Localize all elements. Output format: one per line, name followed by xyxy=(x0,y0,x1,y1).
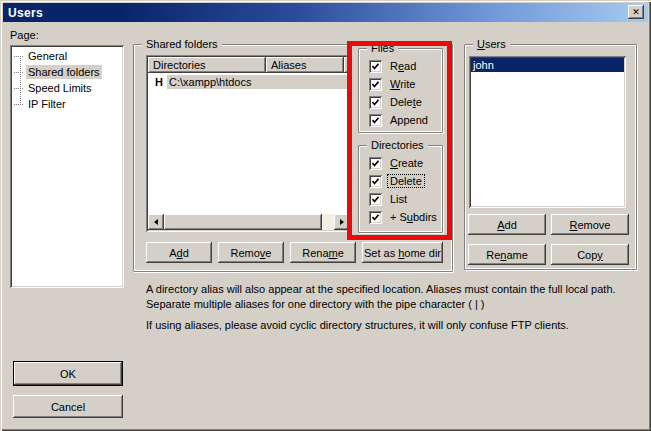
users-dialog: Users ✕ Page: GeneralShared foldersSpeed… xyxy=(0,0,651,431)
checkbox-checked-icon[interactable] xyxy=(369,114,382,127)
shared-folder-row[interactable]: HC:\xampp\htdocs xyxy=(148,74,350,89)
right-arrow-icon xyxy=(340,219,344,225)
checkbox-checked-icon[interactable] xyxy=(369,60,382,73)
alias-note-1: A directory alias will also appear at th… xyxy=(146,282,638,312)
files-group-label: Files xyxy=(367,42,398,54)
list-header: DirectoriesAliases xyxy=(148,57,350,73)
delete-checkbox-row[interactable]: Delete xyxy=(369,95,425,109)
tree-branch-line xyxy=(14,72,23,73)
checkbox-checked-icon[interactable] xyxy=(369,211,382,224)
users-group-label: Users xyxy=(473,38,510,50)
checkbox-label: + Subdirs xyxy=(387,210,440,224)
scroll-right-button[interactable] xyxy=(334,214,350,230)
checkbox-checked-icon[interactable] xyxy=(369,96,382,109)
checkbox-label: Write xyxy=(387,77,418,91)
ok-button[interactable]: OK xyxy=(13,361,123,386)
checkbox-label: Delete xyxy=(387,95,425,109)
users-list[interactable]: john xyxy=(469,56,626,208)
left-arrow-icon xyxy=(154,219,158,225)
list-body[interactable]: HC:\xampp\htdocs xyxy=(148,73,350,214)
directory-path: C:\xampp\htdocs xyxy=(167,75,350,89)
checkbox-label: Delete xyxy=(387,174,425,188)
shared-folder-buttons: AddRemoveRenameSet as home dir xyxy=(146,242,443,263)
checkbox-label: Append xyxy=(387,113,431,127)
tree-item-label: Shared folders xyxy=(26,65,102,79)
tree-item-general[interactable]: General xyxy=(10,48,124,64)
column-header-aliases[interactable]: Aliases xyxy=(266,57,344,73)
shared-folders-group-label: Shared folders xyxy=(142,38,222,50)
tree-branch-line xyxy=(14,104,23,105)
alias-notes: A directory alias will also appear at th… xyxy=(146,282,638,339)
checkbox-checked-icon[interactable] xyxy=(369,157,382,170)
create-checkbox-row[interactable]: Create xyxy=(369,156,426,170)
scroll-left-button[interactable] xyxy=(148,214,164,230)
scrollbar-thumb[interactable] xyxy=(164,214,322,230)
cancel-button[interactable]: Cancel xyxy=(13,395,123,418)
add-user-button[interactable]: Add xyxy=(468,214,546,235)
tree-item-label: IP Filter xyxy=(26,97,68,111)
tree-item-ip-filter[interactable]: IP Filter xyxy=(10,96,124,112)
append-checkbox-row[interactable]: Append xyxy=(369,113,431,127)
alias-note-2: If using aliases, please avoid cyclic di… xyxy=(146,318,638,333)
checkbox-label: Read xyxy=(387,59,419,73)
copy-user-button[interactable]: Copy xyxy=(551,244,629,265)
column-header-directories[interactable]: Directories xyxy=(148,57,266,73)
tree-item-label: Speed Limits xyxy=(26,81,94,95)
remove-user-button[interactable]: Remove xyxy=(551,214,629,235)
column-header-blank xyxy=(344,57,350,73)
scrollbar-track[interactable] xyxy=(322,214,334,230)
page-tree[interactable]: GeneralShared foldersSpeed LimitsIP Filt… xyxy=(10,45,124,288)
users-buttons: AddRemoveRenameCopy xyxy=(468,214,628,265)
checkbox-checked-icon[interactable] xyxy=(369,175,382,188)
horizontal-scrollbar[interactable] xyxy=(148,214,350,230)
shared-folders-list[interactable]: DirectoriesAliases HC:\xampp\htdocs xyxy=(146,55,352,232)
subdirs-checkbox-row[interactable]: + Subdirs xyxy=(369,210,440,224)
checkbox-label: List xyxy=(387,192,410,206)
tree-branch-line xyxy=(14,88,23,89)
tree-item-label: General xyxy=(26,49,69,63)
window-title: Users xyxy=(8,6,43,20)
write-checkbox-row[interactable]: Write xyxy=(369,77,418,91)
titlebar[interactable]: Users ✕ xyxy=(3,3,648,22)
rename-user-button[interactable]: Rename xyxy=(468,244,546,265)
directories-permissions-group: Directories CreateDeleteList+ Subdirs xyxy=(358,145,443,233)
tree-branch-line xyxy=(14,56,23,57)
checkbox-checked-icon[interactable] xyxy=(369,78,382,91)
read-checkbox-row[interactable]: Read xyxy=(369,59,419,73)
checkbox-label: Create xyxy=(387,156,426,170)
checkbox-checked-icon[interactable] xyxy=(369,193,382,206)
list-checkbox-row[interactable]: List xyxy=(369,192,410,206)
add-folder-button[interactable]: Add xyxy=(146,242,212,263)
rename-folder-button[interactable]: Rename xyxy=(290,242,356,263)
directories-group-label: Directories xyxy=(367,139,428,151)
close-button[interactable]: ✕ xyxy=(628,5,644,19)
page-label: Page: xyxy=(10,29,39,41)
set-as-home-dir-folder-button[interactable]: Set as home dir xyxy=(362,242,443,263)
tree-item-shared-folders[interactable]: Shared folders xyxy=(10,64,124,80)
files-permissions-group: Files ReadWriteDeleteAppend xyxy=(358,48,443,133)
delete-checkbox-row[interactable]: Delete xyxy=(369,174,425,188)
tree-item-speed-limits[interactable]: Speed Limits xyxy=(10,80,124,96)
home-directory-marker: H xyxy=(148,76,167,88)
close-icon: ✕ xyxy=(632,8,640,17)
remove-folder-button[interactable]: Remove xyxy=(218,242,284,263)
user-item-john[interactable]: john xyxy=(471,58,624,72)
